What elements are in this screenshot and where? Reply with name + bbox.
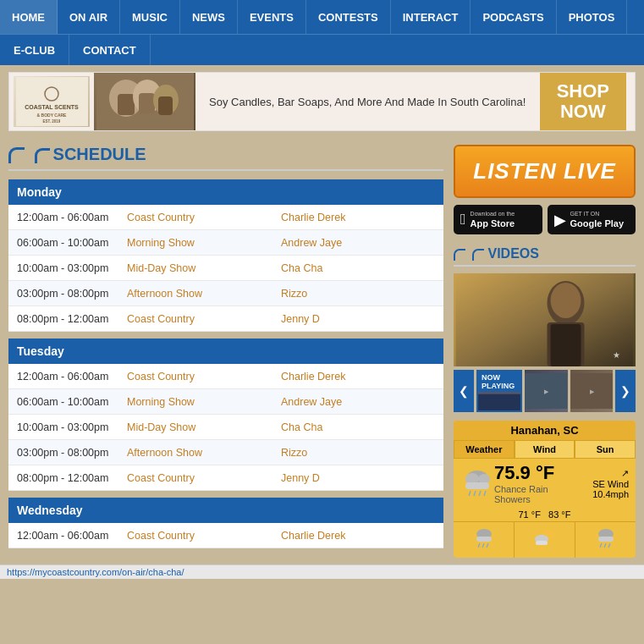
listen-live-button[interactable]: LISTEN LIVE xyxy=(454,145,636,198)
time-cell: 06:00am - 10:00am xyxy=(17,396,127,408)
time-cell: 12:00am - 06:00am xyxy=(17,371,127,383)
show-cell[interactable]: Coast Country xyxy=(127,471,281,484)
rain-icon-2 xyxy=(577,527,634,553)
weather-wind: ↗ SE Wind 10.4mph xyxy=(569,468,629,499)
nav-home[interactable]: HOME xyxy=(0,0,58,34)
weather-temp: 75.9 °F xyxy=(494,462,569,484)
svg-line-42 xyxy=(604,543,606,548)
apple-icon:  xyxy=(460,211,466,228)
nav-news[interactable]: NEWS xyxy=(180,0,238,34)
top-nav: HOME ON AIR MUSIC NEWS EVENTS CONTESTS I… xyxy=(0,0,644,34)
forecast-item-1 xyxy=(454,522,515,558)
nav-contests[interactable]: CONTESTS xyxy=(306,0,391,34)
host-cell[interactable]: Cha Cha xyxy=(281,421,435,433)
host-cell[interactable]: Jenny D xyxy=(281,471,435,484)
google-play-badge[interactable]: ▶ GET IT ON Google Play xyxy=(548,205,636,234)
host-cell[interactable]: Charlie Derek xyxy=(281,529,435,542)
time-cell: 08:00pm - 12:00am xyxy=(17,313,127,325)
svg-rect-38 xyxy=(536,541,548,545)
nav-music[interactable]: MUSIC xyxy=(120,0,180,34)
weather-tab-sun[interactable]: Sun xyxy=(575,440,636,459)
table-row: 08:00pm - 12:00am Coast Country Jenny D xyxy=(8,306,443,332)
main-layout: SCHEDULE Monday 12:00am - 06:00am Coast … xyxy=(0,138,644,564)
svg-rect-9 xyxy=(139,93,155,113)
table-row: 12:00am - 06:00am Coast Country Charlie … xyxy=(8,205,443,230)
video-prev-button[interactable]: ❮ xyxy=(454,370,474,412)
schedule-title: SCHEDULE xyxy=(8,145,443,171)
right-sidebar: LISTEN LIVE  Download on the App Store … xyxy=(454,145,636,558)
nav-on-air[interactable]: ON AIR xyxy=(58,0,120,34)
host-cell[interactable]: Rizzo xyxy=(281,446,435,459)
svg-rect-12 xyxy=(456,273,634,366)
show-cell[interactable]: Mid-Day Show xyxy=(127,261,281,274)
svg-text:& BODY CARE: & BODY CARE xyxy=(36,113,67,118)
nav-events[interactable]: EVENTS xyxy=(238,0,306,34)
video-main-thumbnail[interactable]: ★ xyxy=(454,273,636,366)
video-thumbnail-row: ❮ NOW PLAYING ▶ ▶ xyxy=(454,370,636,412)
nav-photos[interactable]: PHOTOS xyxy=(557,0,628,34)
show-cell[interactable]: Coast Country xyxy=(127,370,281,383)
day-tuesday: Tuesday xyxy=(8,339,443,364)
time-cell: 10:00am - 03:00pm xyxy=(17,262,127,274)
schedule-section: SCHEDULE Monday 12:00am - 06:00am Coast … xyxy=(8,145,443,558)
show-cell[interactable]: Afternoon Show xyxy=(127,287,281,300)
table-row: 12:00am - 06:00am Coast Country Charlie … xyxy=(8,523,443,548)
weather-main-row: 75.9 °F Chance Rain Showers ↗ SE Wind 10… xyxy=(454,459,636,508)
show-cell[interactable]: Coast Country xyxy=(127,312,281,325)
nav-contact[interactable]: CONTACT xyxy=(69,35,151,65)
day-monday: Monday xyxy=(8,179,443,205)
show-cell[interactable]: Morning Show xyxy=(127,236,281,249)
google-play-icon: ▶ xyxy=(554,211,566,229)
nav-eclub[interactable]: E-CLUB xyxy=(0,35,69,65)
svg-line-34 xyxy=(482,543,484,548)
svg-line-33 xyxy=(478,543,480,548)
table-row: 10:00am - 03:00pm Mid-Day Show Cha Cha xyxy=(8,256,443,281)
host-cell[interactable]: Jenny D xyxy=(281,312,435,325)
host-cell[interactable]: Andrew Jaye xyxy=(281,395,435,408)
table-row: 03:00pm - 08:00pm Afternoon Show Rizzo xyxy=(8,440,443,465)
show-cell[interactable]: Coast Country xyxy=(127,211,281,223)
show-cell[interactable]: Mid-Day Show xyxy=(127,421,281,433)
weather-tab-wind[interactable]: Wind xyxy=(515,440,575,459)
banner-ad[interactable]: COASTAL SCENTS & BODY CARE EST. 2019 Soy… xyxy=(8,72,636,131)
svg-text:EST. 2019: EST. 2019 xyxy=(42,119,60,124)
time-cell: 06:00am - 10:00am xyxy=(17,237,127,249)
svg-line-35 xyxy=(487,543,488,548)
weather-widget: Hanahan, SC Weather Wind Sun xyxy=(454,421,636,558)
banner-cta[interactable]: LISTEN LIVE SHOPNOW xyxy=(540,73,626,130)
svg-point-15 xyxy=(551,283,581,318)
show-cell[interactable]: Afternoon Show xyxy=(127,446,281,459)
host-cell[interactable]: Charlie Derek xyxy=(281,211,435,223)
svg-line-41 xyxy=(600,543,602,548)
host-cell[interactable]: Andrew Jaye xyxy=(281,236,435,249)
host-cell[interactable]: Cha Cha xyxy=(281,261,435,274)
videos-section: VIDEOS xyxy=(454,246,636,558)
show-cell[interactable]: Morning Show xyxy=(127,395,281,408)
status-bar: https://mycoastcountry.com/on-air/cha-ch… xyxy=(0,564,644,579)
nav-podcasts[interactable]: PODCASTS xyxy=(471,0,556,34)
table-row: 03:00pm - 08:00pm Afternoon Show Rizzo xyxy=(8,281,443,306)
day-wednesday: Wednesday xyxy=(8,498,443,523)
app-store-badge[interactable]:  Download on the App Store xyxy=(454,205,542,234)
svg-text:COASTAL SCENTS: COASTAL SCENTS xyxy=(25,104,79,110)
video-thumb-2[interactable]: ▶ xyxy=(525,370,567,412)
banner-product-photo xyxy=(94,72,195,131)
svg-line-30 xyxy=(484,491,486,496)
host-cell[interactable]: Rizzo xyxy=(281,287,435,300)
forecast-item-3 xyxy=(575,522,636,558)
weather-tab-weather[interactable]: Weather xyxy=(454,440,515,459)
weather-minmax: 71 °F 83 °F xyxy=(454,508,636,521)
video-next-button[interactable]: ❯ xyxy=(615,370,636,412)
video-thumb-now-playing[interactable]: NOW PLAYING xyxy=(476,370,522,412)
table-row: 08:00pm - 12:00am Coast Country Jenny D xyxy=(8,465,443,491)
nav-interact[interactable]: INTERACT xyxy=(391,0,471,34)
video-thumb-3[interactable]: ▶ xyxy=(570,370,613,412)
svg-line-43 xyxy=(608,543,610,548)
host-cell[interactable]: Charlie Derek xyxy=(281,370,435,383)
forecast-item-2 xyxy=(515,522,575,558)
wind-direction-icon: ↗ xyxy=(569,468,629,479)
banner-logo: COASTAL SCENTS & BODY CARE EST. 2019 xyxy=(9,72,94,131)
table-row: 06:00am - 10:00am Morning Show Andrew Ja… xyxy=(8,389,443,415)
svg-rect-7 xyxy=(118,94,135,115)
show-cell[interactable]: Coast Country xyxy=(127,529,281,542)
